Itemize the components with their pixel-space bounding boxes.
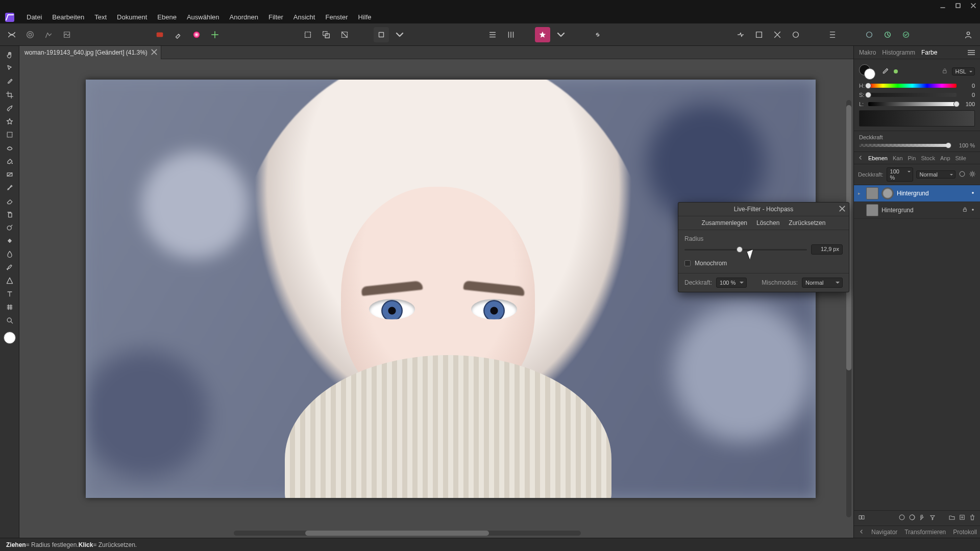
menu-hilfe[interactable]: Hilfe: [353, 11, 377, 23]
tab-stile[interactable]: Stile: [955, 155, 966, 161]
opacity-value[interactable]: 100 %: [952, 142, 975, 148]
menu-ebene[interactable]: Ebene: [152, 11, 182, 23]
tab-farbe[interactable]: Farbe: [921, 49, 937, 56]
color-panel-menu-icon[interactable]: [968, 50, 975, 55]
dialog-delete-button[interactable]: Löschen: [756, 219, 779, 227]
arrange-horizontal-icon[interactable]: [485, 27, 500, 42]
viewport-vertical-scrollbar[interactable]: [846, 100, 851, 517]
layer-fx-icon[interactable]: [959, 170, 966, 179]
document-tab-close[interactable]: [151, 48, 158, 56]
tab-histogramm[interactable]: Histogramm: [882, 49, 915, 56]
persona-develop-button[interactable]: [41, 27, 56, 42]
radius-value-input[interactable]: 12,9 px: [811, 244, 843, 255]
tool-gradient[interactable]: [3, 168, 17, 181]
live-filter-dialog[interactable]: Live-Filter - Hochpass Zusammenlegen Lös…: [678, 202, 849, 292]
menu-auswaehlen[interactable]: Auswählen: [182, 11, 225, 23]
tool-brush[interactable]: [3, 182, 17, 194]
l-value[interactable]: 100: [960, 101, 975, 107]
account-button[interactable]: [961, 27, 976, 42]
menu-filter[interactable]: Filter: [263, 11, 288, 23]
tool-move[interactable]: [3, 62, 17, 74]
layer-visible-icon[interactable]: [970, 207, 976, 214]
color-mode-select[interactable]: HSL: [952, 67, 975, 76]
monochrome-checkbox[interactable]: [684, 260, 691, 266]
tool-heal[interactable]: [3, 235, 17, 247]
tab-transformieren[interactable]: Transformieren: [904, 529, 946, 536]
opacity-slider[interactable]: [859, 144, 949, 147]
persona-photo-button[interactable]: [4, 27, 19, 42]
selection-new-icon[interactable]: [300, 27, 315, 42]
add-layer-icon[interactable]: [959, 514, 966, 522]
snap-options-1[interactable]: [751, 27, 767, 42]
layer-blendmode-select[interactable]: Normal: [916, 170, 955, 179]
tab-makro[interactable]: Makro: [859, 49, 876, 56]
window-close-button[interactable]: [970, 2, 977, 9]
arrange-vertical-icon[interactable]: [503, 27, 519, 42]
layer-row[interactable]: ▸ Hintergrund: [854, 185, 980, 202]
sync-button-3[interactable]: [898, 27, 914, 42]
tool-shape[interactable]: [3, 274, 17, 287]
snap-options-2[interactable]: [770, 27, 785, 42]
menu-bearbeiten[interactable]: Bearbeiten: [47, 11, 89, 23]
persona-liquify-button[interactable]: [22, 27, 38, 42]
tool-selection-brush[interactable]: [3, 102, 17, 114]
dialog-merge-button[interactable]: Zusammenlegen: [702, 219, 747, 227]
window-minimize-button[interactable]: [939, 2, 946, 9]
swatch-red-button[interactable]: [152, 27, 167, 42]
dialog-opacity-select[interactable]: 100 %: [716, 278, 747, 288]
tab-stock[interactable]: Stock: [921, 155, 935, 161]
light-slider[interactable]: [868, 102, 957, 106]
color-wheel-icon[interactable]: [189, 27, 204, 42]
document-tab[interactable]: woman-1919143_640.jpg [Geändert] (41.3%): [19, 46, 161, 59]
window-maximize-button[interactable]: [954, 2, 962, 9]
fg-bg-color-swatches[interactable]: [859, 64, 876, 79]
tool-color-picker[interactable]: [3, 76, 17, 88]
add-mask-icon[interactable]: [898, 514, 905, 522]
add-group-icon[interactable]: [948, 514, 955, 522]
layer-name[interactable]: Hintergrund: [897, 190, 967, 197]
layer-visible-icon[interactable]: [970, 190, 976, 197]
dialog-close-button[interactable]: [839, 205, 846, 212]
menu-fenster[interactable]: Fenster: [320, 11, 353, 23]
sync-button-2[interactable]: [880, 27, 895, 42]
quick-mask-dropdown[interactable]: [392, 27, 407, 42]
hue-slider[interactable]: [868, 84, 957, 88]
auto-levels-icon[interactable]: [207, 27, 223, 42]
assistant-button[interactable]: [535, 27, 550, 42]
tool-zoom[interactable]: [3, 314, 17, 327]
sat-slider[interactable]: [868, 93, 957, 97]
quick-mask-button[interactable]: [374, 27, 389, 42]
layer-expand-icon[interactable]: ▸: [858, 191, 863, 196]
menu-ansicht[interactable]: Ansicht: [288, 11, 321, 23]
radius-slider[interactable]: [684, 246, 807, 253]
tool-mesh[interactable]: [3, 301, 17, 313]
layer-row[interactable]: Hintergrund: [854, 202, 980, 219]
tool-pen[interactable]: [3, 261, 17, 273]
tab-kan[interactable]: Kan: [893, 155, 903, 161]
dialog-blendmode-select[interactable]: Normal: [802, 278, 843, 288]
tool-crop[interactable]: [3, 89, 17, 101]
layer-thumb-size-icon[interactable]: [858, 514, 865, 522]
brush-icon[interactable]: [170, 27, 186, 42]
align-button[interactable]: [825, 27, 840, 42]
dialog-title[interactable]: Live-Filter - Hochpass: [678, 203, 849, 216]
layer-opacity-select[interactable]: 100 %: [887, 167, 913, 182]
dialog-reset-button[interactable]: Zurücksetzen: [789, 219, 825, 227]
menu-dokument[interactable]: Dokument: [112, 11, 152, 23]
snap-button[interactable]: [733, 27, 748, 42]
tab-navigator[interactable]: Navigator: [871, 529, 897, 536]
menu-text[interactable]: Text: [89, 11, 112, 23]
add-fx-icon[interactable]: [919, 514, 926, 522]
tool-dodge[interactable]: [3, 221, 17, 234]
menu-datei[interactable]: Datei: [21, 11, 47, 23]
sync-button-1[interactable]: [862, 27, 877, 42]
tool-eraser[interactable]: [3, 195, 17, 207]
assistant-dropdown[interactable]: [553, 27, 569, 42]
snap-options-3[interactable]: [788, 27, 803, 42]
tab-anp[interactable]: Anp: [940, 155, 950, 161]
layer-name[interactable]: Hintergrund: [881, 207, 959, 214]
tool-fill[interactable]: [3, 155, 17, 167]
tool-hand[interactable]: [3, 49, 17, 61]
add-adjustment-icon[interactable]: [909, 514, 916, 522]
tab-pin[interactable]: Pin: [908, 155, 916, 161]
